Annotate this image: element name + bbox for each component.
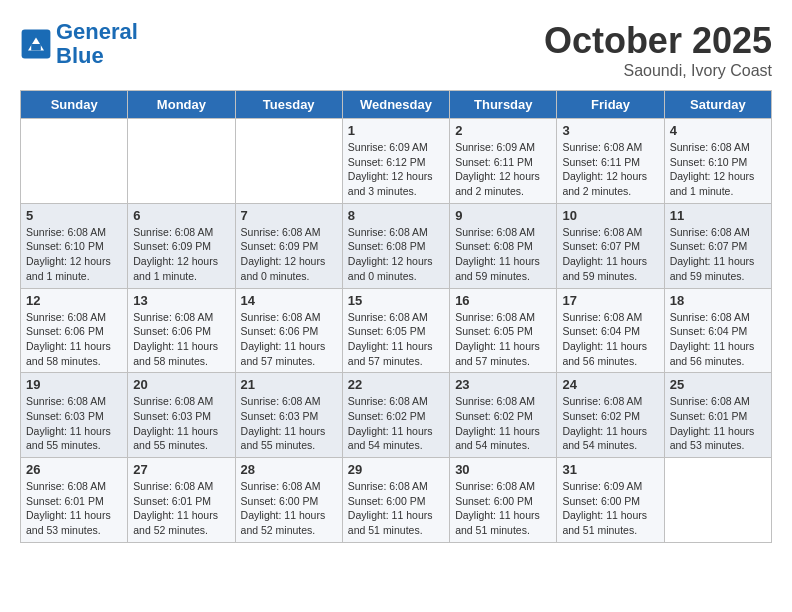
cell-info: Sunset: 6:02 PM [455, 409, 551, 424]
cell-info: Daylight: 11 hours and 54 minutes. [562, 424, 658, 453]
cell-info: Sunset: 6:03 PM [26, 409, 122, 424]
day-number: 3 [562, 123, 658, 138]
cell-info: Sunrise: 6:08 AM [26, 479, 122, 494]
cell-info: Sunset: 6:09 PM [133, 239, 229, 254]
cell-info: Daylight: 11 hours and 53 minutes. [26, 508, 122, 537]
cell-info: Sunset: 6:01 PM [26, 494, 122, 509]
calendar-cell [128, 119, 235, 204]
weekday-header-tuesday: Tuesday [235, 91, 342, 119]
calendar-cell: 22Sunrise: 6:08 AMSunset: 6:02 PMDayligh… [342, 373, 449, 458]
cell-info: Sunset: 6:07 PM [562, 239, 658, 254]
cell-info: Sunrise: 6:09 AM [562, 479, 658, 494]
weekday-header-friday: Friday [557, 91, 664, 119]
cell-info: Daylight: 12 hours and 3 minutes. [348, 169, 444, 198]
calendar-week-4: 19Sunrise: 6:08 AMSunset: 6:03 PMDayligh… [21, 373, 772, 458]
cell-info: Sunset: 6:10 PM [670, 155, 766, 170]
calendar-header-row: SundayMondayTuesdayWednesdayThursdayFrid… [21, 91, 772, 119]
cell-info: Daylight: 11 hours and 51 minutes. [562, 508, 658, 537]
cell-info: Sunset: 6:00 PM [348, 494, 444, 509]
calendar-cell: 31Sunrise: 6:09 AMSunset: 6:00 PMDayligh… [557, 458, 664, 543]
calendar-cell: 7Sunrise: 6:08 AMSunset: 6:09 PMDaylight… [235, 203, 342, 288]
calendar-cell: 4Sunrise: 6:08 AMSunset: 6:10 PMDaylight… [664, 119, 771, 204]
cell-info: Sunrise: 6:08 AM [670, 225, 766, 240]
day-number: 9 [455, 208, 551, 223]
calendar-cell: 10Sunrise: 6:08 AMSunset: 6:07 PMDayligh… [557, 203, 664, 288]
calendar-week-5: 26Sunrise: 6:08 AMSunset: 6:01 PMDayligh… [21, 458, 772, 543]
cell-info: Sunrise: 6:08 AM [133, 310, 229, 325]
day-number: 23 [455, 377, 551, 392]
cell-info: Sunset: 6:01 PM [133, 494, 229, 509]
cell-info: Daylight: 12 hours and 1 minute. [133, 254, 229, 283]
calendar-cell: 17Sunrise: 6:08 AMSunset: 6:04 PMDayligh… [557, 288, 664, 373]
calendar-cell: 15Sunrise: 6:08 AMSunset: 6:05 PMDayligh… [342, 288, 449, 373]
day-number: 31 [562, 462, 658, 477]
calendar-cell: 25Sunrise: 6:08 AMSunset: 6:01 PMDayligh… [664, 373, 771, 458]
cell-info: Sunrise: 6:08 AM [133, 225, 229, 240]
logo-blue: Blue [56, 43, 104, 68]
cell-info: Sunrise: 6:09 AM [455, 140, 551, 155]
cell-info: Sunset: 6:00 PM [455, 494, 551, 509]
calendar-cell: 12Sunrise: 6:08 AMSunset: 6:06 PMDayligh… [21, 288, 128, 373]
day-number: 24 [562, 377, 658, 392]
cell-info: Sunrise: 6:08 AM [670, 140, 766, 155]
cell-info: Sunset: 6:02 PM [348, 409, 444, 424]
svg-rect-2 [31, 44, 41, 50]
weekday-header-monday: Monday [128, 91, 235, 119]
cell-info: Sunrise: 6:08 AM [133, 394, 229, 409]
cell-info: Sunrise: 6:08 AM [133, 479, 229, 494]
cell-info: Sunset: 6:00 PM [241, 494, 337, 509]
logo-general: General [56, 19, 138, 44]
cell-info: Daylight: 11 hours and 58 minutes. [26, 339, 122, 368]
cell-info: Daylight: 11 hours and 54 minutes. [455, 424, 551, 453]
cell-info: Sunrise: 6:08 AM [455, 394, 551, 409]
day-number: 10 [562, 208, 658, 223]
weekday-header-thursday: Thursday [450, 91, 557, 119]
calendar-cell: 18Sunrise: 6:08 AMSunset: 6:04 PMDayligh… [664, 288, 771, 373]
cell-info: Sunrise: 6:08 AM [562, 140, 658, 155]
day-number: 7 [241, 208, 337, 223]
calendar-cell [21, 119, 128, 204]
weekday-header-wednesday: Wednesday [342, 91, 449, 119]
cell-info: Sunrise: 6:08 AM [348, 394, 444, 409]
cell-info: Sunset: 6:10 PM [26, 239, 122, 254]
day-number: 18 [670, 293, 766, 308]
cell-info: Daylight: 11 hours and 57 minutes. [241, 339, 337, 368]
cell-info: Daylight: 12 hours and 2 minutes. [562, 169, 658, 198]
cell-info: Sunrise: 6:08 AM [348, 310, 444, 325]
cell-info: Daylight: 11 hours and 55 minutes. [241, 424, 337, 453]
cell-info: Daylight: 12 hours and 0 minutes. [241, 254, 337, 283]
calendar-cell: 26Sunrise: 6:08 AMSunset: 6:01 PMDayligh… [21, 458, 128, 543]
cell-info: Sunset: 6:05 PM [455, 324, 551, 339]
cell-info: Sunset: 6:12 PM [348, 155, 444, 170]
calendar-week-2: 5Sunrise: 6:08 AMSunset: 6:10 PMDaylight… [21, 203, 772, 288]
day-number: 4 [670, 123, 766, 138]
cell-info: Sunrise: 6:08 AM [348, 479, 444, 494]
cell-info: Sunset: 6:03 PM [133, 409, 229, 424]
day-number: 22 [348, 377, 444, 392]
cell-info: Sunrise: 6:08 AM [241, 394, 337, 409]
day-number: 30 [455, 462, 551, 477]
calendar-cell: 5Sunrise: 6:08 AMSunset: 6:10 PMDaylight… [21, 203, 128, 288]
logo: General Blue [20, 20, 138, 68]
cell-info: Daylight: 12 hours and 1 minute. [26, 254, 122, 283]
calendar-cell: 28Sunrise: 6:08 AMSunset: 6:00 PMDayligh… [235, 458, 342, 543]
day-number: 11 [670, 208, 766, 223]
calendar-table: SundayMondayTuesdayWednesdayThursdayFrid… [20, 90, 772, 543]
calendar-cell: 13Sunrise: 6:08 AMSunset: 6:06 PMDayligh… [128, 288, 235, 373]
cell-info: Sunset: 6:02 PM [562, 409, 658, 424]
page-header: General Blue October 2025 Saoundi, Ivory… [20, 20, 772, 80]
cell-info: Daylight: 11 hours and 59 minutes. [455, 254, 551, 283]
cell-info: Sunset: 6:05 PM [348, 324, 444, 339]
calendar-cell: 24Sunrise: 6:08 AMSunset: 6:02 PMDayligh… [557, 373, 664, 458]
cell-info: Sunset: 6:09 PM [241, 239, 337, 254]
calendar-cell: 16Sunrise: 6:08 AMSunset: 6:05 PMDayligh… [450, 288, 557, 373]
cell-info: Sunset: 6:00 PM [562, 494, 658, 509]
cell-info: Sunrise: 6:08 AM [670, 394, 766, 409]
cell-info: Daylight: 12 hours and 2 minutes. [455, 169, 551, 198]
cell-info: Sunrise: 6:09 AM [348, 140, 444, 155]
calendar-cell [235, 119, 342, 204]
cell-info: Sunrise: 6:08 AM [26, 394, 122, 409]
calendar-cell: 27Sunrise: 6:08 AMSunset: 6:01 PMDayligh… [128, 458, 235, 543]
cell-info: Sunrise: 6:08 AM [562, 394, 658, 409]
day-number: 21 [241, 377, 337, 392]
